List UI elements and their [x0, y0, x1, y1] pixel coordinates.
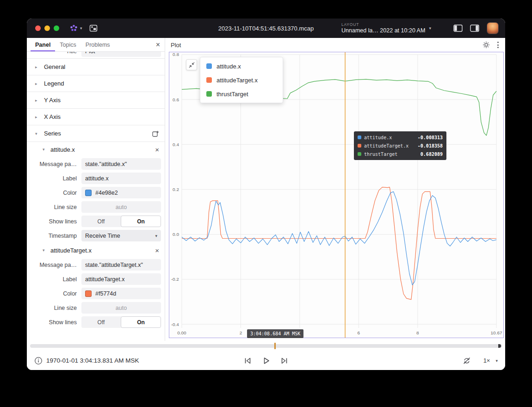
y-tick-label: 0.8 — [173, 52, 179, 57]
message-path-input[interactable]: state."attitudeTarget.x" — [81, 259, 161, 271]
color-hex-value: #f5774d — [95, 290, 116, 297]
right-sidebar-icon — [470, 25, 479, 32]
minimize-window-button[interactable] — [44, 25, 50, 31]
show-lines-off-option[interactable]: Off — [81, 216, 121, 227]
label-input[interactable]: attitude.x — [81, 173, 161, 184]
collapse-legend-button[interactable] — [186, 59, 197, 70]
field-row-timestamp: Timestamp Receive Time ▾ — [27, 228, 165, 243]
close-window-button[interactable] — [35, 25, 41, 31]
field-row-color: Color #4e98e2 — [27, 185, 165, 200]
show-lines-toggle: Off On — [81, 316, 161, 328]
color-input[interactable]: #f5774d — [81, 288, 161, 299]
series-header-attitude-target-x[interactable]: ▾ attitudeTarget.x × — [27, 243, 165, 258]
remove-series-icon[interactable]: × — [155, 247, 159, 254]
loop-toggle-button[interactable] — [462, 356, 471, 365]
layout-selector[interactable]: LAYOUT Unnamed la… 2022 at 10:20 AM ▾ — [341, 22, 431, 34]
playback-speed[interactable]: 1× — [483, 357, 490, 364]
legend-item[interactable]: thrustTarget — [200, 87, 283, 101]
play-button[interactable] — [261, 356, 271, 365]
tooltip-color-chip — [358, 152, 361, 156]
add-series-button[interactable] — [152, 130, 159, 137]
playback-info-button[interactable] — [34, 357, 43, 365]
y-tick-label: 0.6 — [173, 97, 179, 102]
x-tick-label: 0.00 — [177, 330, 186, 335]
section-label: General — [44, 63, 65, 70]
app-window: ▾ 2023-11-10T04:51:45.631370.mcap LAYOUT… — [27, 18, 505, 370]
color-swatch[interactable] — [85, 290, 92, 297]
timeline-scrubber[interactable] — [30, 344, 502, 348]
message-path-input[interactable]: state."attitude.x" — [81, 158, 161, 170]
user-avatar[interactable] — [487, 22, 499, 34]
show-lines-on-option[interactable]: On — [121, 316, 161, 328]
color-input[interactable]: #4e98e2 — [81, 187, 161, 198]
seek-backward-button[interactable] — [243, 356, 252, 365]
play-icon — [261, 356, 271, 365]
chevron-down-icon[interactable]: ▾ — [495, 358, 498, 363]
app-menu-button[interactable]: ▾ — [69, 25, 82, 32]
message-path-value: state."attitudeTarget.x" — [85, 262, 143, 268]
section-y-axis[interactable]: ▸ Y Axis — [27, 92, 165, 109]
chevron-down-icon: ▾ — [43, 147, 47, 152]
line-size-input[interactable]: auto — [81, 302, 161, 314]
color-swatch[interactable] — [85, 190, 92, 196]
section-label: Y Axis — [44, 97, 61, 104]
chevron-right-icon: ▸ — [35, 65, 39, 69]
y-tick-label: -0.2 — [171, 277, 179, 282]
title-input[interactable]: Plot — [81, 52, 161, 57]
field-row-line-size: Line size auto — [27, 200, 165, 214]
clipped-title-row: Title Plot — [27, 52, 165, 59]
legend-label: thrustTarget — [217, 91, 248, 98]
title-value: Plot — [85, 52, 95, 55]
sidebar-tabbar: Panel Topics Problems × — [27, 38, 165, 52]
plot-chart-area[interactable]: 0.80.60.40.20.0-0.2-0.40.00246810.67 att… — [169, 52, 504, 338]
add-panel-button[interactable] — [89, 24, 98, 33]
gear-icon — [483, 41, 490, 49]
zoom-window-button[interactable] — [54, 25, 59, 31]
tab-topics[interactable]: Topics — [55, 38, 80, 51]
field-row-show-lines: Show lines Off On — [27, 315, 165, 329]
playback-controls-row: 1970-01-01 3:04:13.831 AM MSK — [27, 351, 505, 370]
legend-item[interactable]: attitudeTarget.x — [200, 73, 283, 87]
show-lines-on-option[interactable]: On — [121, 216, 161, 227]
seek-backward-icon — [243, 356, 252, 365]
legend-item[interactable]: attitude.x — [200, 59, 283, 73]
field-label: Line size — [27, 305, 81, 311]
tooltip-value: -0.008313 — [418, 135, 443, 140]
plot-legend: attitude.x attitudeTarget.x thrustTarget — [200, 57, 283, 103]
panel-menu-button[interactable] — [496, 41, 500, 49]
line-size-value: auto — [116, 305, 127, 311]
tab-problems[interactable]: Problems — [81, 38, 115, 51]
add-panel-icon — [89, 24, 98, 33]
remove-series-icon[interactable]: × — [155, 146, 159, 154]
line-size-input[interactable]: auto — [81, 201, 161, 213]
series-header-attitude-x[interactable]: ▾ attitude.x × — [27, 142, 165, 157]
tab-panel[interactable]: Panel — [31, 38, 55, 51]
y-tick-label: 0.0 — [173, 232, 179, 237]
show-lines-off-option[interactable]: Off — [81, 316, 121, 328]
panel-settings-button[interactable] — [483, 41, 490, 49]
field-label: Line size — [27, 204, 81, 210]
playhead-marker[interactable] — [274, 343, 276, 349]
chevron-down-icon: ▾ — [35, 131, 39, 136]
timestamp-select[interactable]: Receive Time ▾ — [81, 230, 161, 241]
timeline-scrubber-row — [27, 341, 505, 351]
legend-color-chip — [206, 77, 212, 83]
seek-forward-button[interactable] — [280, 356, 289, 365]
toggle-left-sidebar-button[interactable] — [453, 25, 463, 32]
field-label: Label — [27, 175, 81, 182]
field-row-show-lines: Show lines Off On — [27, 214, 165, 228]
field-label: Title — [27, 52, 81, 55]
section-x-axis[interactable]: ▸ X Axis — [27, 109, 165, 125]
legend-label: attitudeTarget.x — [217, 77, 258, 84]
section-legend[interactable]: ▸ Legend — [27, 75, 165, 92]
close-sidebar-icon[interactable]: × — [156, 38, 160, 52]
section-series[interactable]: ▾ Series — [27, 125, 165, 142]
left-sidebar-icon — [453, 25, 463, 32]
playback-bar: 1970-01-01 3:04:13.831 AM MSK — [27, 341, 505, 370]
label-input[interactable]: attitudeTarget.x — [81, 273, 161, 285]
section-label: Series — [44, 130, 61, 137]
tooltip-row: attitudeTarget.x -0.018358 — [358, 142, 443, 149]
field-row-color: Color #f5774d — [27, 286, 165, 301]
toggle-right-sidebar-button[interactable] — [470, 25, 479, 32]
section-general[interactable]: ▸ General — [27, 59, 165, 75]
